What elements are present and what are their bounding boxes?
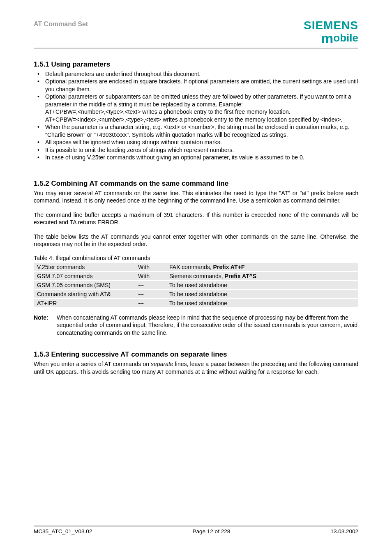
section-1-5-3-heading: 1.5.3 Entering successive AT commands on… [34, 350, 358, 359]
list-item: All spaces will be ignored when using st… [34, 138, 358, 146]
table-row: GSM 7.05 commands (SMS) --- To be used s… [34, 281, 358, 290]
section-1-5-2-heading: 1.5.2 Combining AT commands on the same … [34, 180, 358, 188]
logo-mobile-text: mobile [304, 31, 358, 45]
table-4-caption: Table 4: Illegal combinations of AT comm… [34, 254, 358, 262]
example-line: AT+CPBW=<index>,<number>,<type>,<text> w… [45, 116, 358, 123]
list-item: Optional parameters or subparamters can … [34, 93, 358, 123]
logo-siemens-text: SIEMENS [304, 20, 358, 31]
page-header: AT Command Set SIEMENS mobile [34, 20, 358, 45]
footer-center: Page 12 of 228 [193, 528, 231, 534]
section-1-5-2-p3: The table below lists the AT commands yo… [34, 233, 358, 248]
page-footer: MC35_ATC_01_V03.02 Page 12 of 228 13.03.… [34, 525, 358, 534]
list-item: Default parameters are underlined throug… [34, 70, 358, 78]
list-item: When the parameter is a character string… [34, 123, 358, 138]
section-1-5-1-list: Default parameters are underlined throug… [34, 70, 358, 161]
list-item: In case of using V.25ter commands withou… [34, 154, 358, 161]
header-divider [34, 48, 358, 49]
note-label: Note: [34, 314, 57, 336]
section-1-5-2-p2: The command line buffer accepts a maximu… [34, 211, 358, 226]
note-text: When concatenating AT commands please ke… [57, 314, 358, 336]
table-row: Commands starting with AT& --- To be use… [34, 290, 358, 299]
footer-left: MC35_ATC_01_V03.02 [34, 528, 92, 534]
list-item: Optional parameters are enclosed in squa… [34, 78, 358, 93]
note-block: Note: When concatenating AT commands ple… [34, 314, 358, 336]
example-line: AT+CPBW=,<number>,<type>,<text> writes a… [45, 108, 358, 115]
siemens-logo: SIEMENS mobile [304, 20, 358, 45]
footer-right: 13.03.2002 [330, 528, 358, 534]
list-item: It is possible to omit the leading zeros… [34, 146, 358, 154]
section-1-5-1-heading: 1.5.1 Using parameters [34, 60, 358, 69]
footer-divider [34, 525, 358, 527]
section-1-5-3-p1: When you enter a series of AT commands o… [34, 360, 358, 375]
section-1-5-2-p1: You may enter several AT commands on the… [34, 189, 358, 205]
header-title: AT Command Set [34, 20, 88, 28]
table-row: V.25ter commands With FAX commands, Pref… [34, 263, 358, 272]
table-4: V.25ter commands With FAX commands, Pref… [34, 263, 358, 308]
table-row: AT+IPR --- To be used standalone [34, 299, 358, 308]
table-row: GSM 7.07 commands With Siemens commands,… [34, 272, 358, 281]
